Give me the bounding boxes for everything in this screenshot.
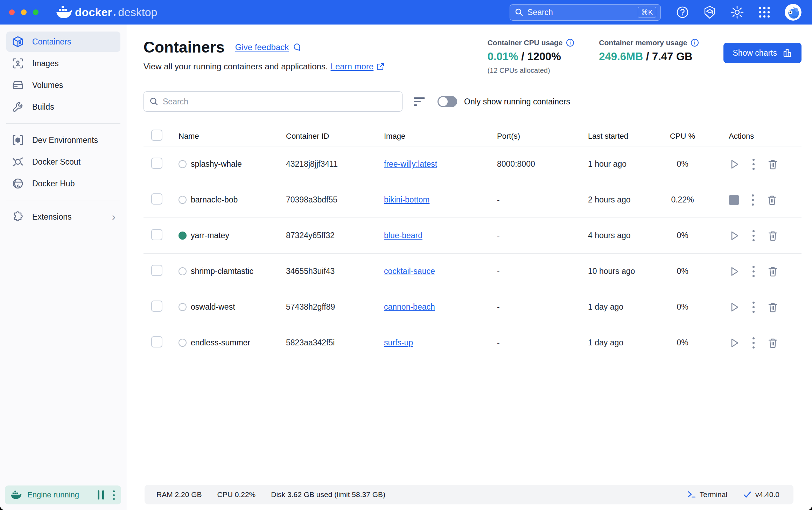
builds-wrench-icon	[12, 101, 24, 113]
sidebar-item-builds[interactable]: Builds	[6, 97, 120, 117]
row-menu-button[interactable]	[752, 266, 755, 277]
page-subtitle: View all your running containers and app…	[144, 62, 385, 71]
table-row[interactable]: splashy-whale 43218j8jjf3411 free-willy:…	[144, 146, 802, 182]
row-checkbox[interactable]	[151, 193, 162, 205]
sidebar-item-dev-environments[interactable]: Dev Environments	[6, 130, 120, 150]
container-search-input[interactable]	[163, 97, 397, 106]
give-feedback-link[interactable]: Give feedback	[235, 42, 302, 52]
container-search[interactable]	[144, 91, 402, 112]
status-dot	[178, 196, 187, 204]
primary-action-button[interactable]	[729, 195, 739, 205]
version-indicator[interactable]: v4.40.0	[743, 490, 779, 499]
sidebar: Containers Images Volumes Builds Dev Env…	[0, 25, 127, 510]
running-only-toggle[interactable]	[438, 96, 457, 107]
last-started: 10 hours ago	[588, 267, 658, 276]
row-checkbox[interactable]	[151, 301, 162, 312]
delete-button[interactable]	[767, 230, 778, 241]
settings-gear-icon[interactable]	[730, 5, 744, 19]
cpu-percent: 0%	[658, 338, 707, 347]
cpu-percent: 0.22%	[658, 195, 707, 205]
row-menu-button[interactable]	[752, 230, 755, 241]
learning-center-icon[interactable]	[703, 5, 717, 19]
row-menu-button[interactable]	[752, 337, 755, 349]
column-cpu: CPU %	[658, 132, 707, 141]
container-name: endless-summer	[191, 338, 250, 347]
engine-status-text: Engine running	[27, 490, 79, 499]
table-row[interactable]: oswald-west 57438h2gff89 cannon-beach - …	[144, 289, 802, 325]
delete-button[interactable]	[767, 266, 778, 277]
engine-status-pill[interactable]: Engine running	[5, 485, 121, 504]
avatar[interactable]	[785, 4, 802, 21]
primary-action-button[interactable]	[729, 337, 740, 349]
global-search[interactable]: Search ⌘K	[510, 4, 661, 21]
feedback-icon	[292, 43, 302, 52]
row-menu-button[interactable]	[752, 302, 755, 313]
table-row[interactable]: barnacle-bob 70398a3bdf55 bikini-bottom …	[144, 182, 802, 218]
engine-menu-icon[interactable]	[113, 490, 115, 500]
learn-more-link[interactable]: Learn more	[331, 62, 374, 71]
terminal-button[interactable]: Terminal	[687, 490, 727, 499]
cpu-percent: 0%	[658, 267, 707, 276]
ram-usage: RAM 2.20 GB	[156, 490, 202, 499]
chevron-right-icon: ›	[112, 211, 115, 223]
help-icon[interactable]	[676, 5, 690, 19]
table-header: Name Container ID Image Port(s) Last sta…	[144, 126, 802, 146]
minimize-button[interactable]	[21, 9, 27, 15]
docker-scout-icon	[12, 156, 24, 168]
sidebar-item-containers[interactable]: Containers	[6, 32, 120, 52]
apps-grid-icon[interactable]	[757, 5, 771, 19]
sidebar-item-docker-hub[interactable]: Docker Hub	[6, 173, 120, 194]
cpu-usage: CPU 0.22%	[217, 490, 256, 499]
delete-button[interactable]	[767, 159, 778, 170]
image-link[interactable]: surfs-up	[384, 338, 413, 347]
table-row[interactable]: endless-summer 5823aa342f5i surfs-up - 1…	[144, 325, 802, 360]
sidebar-item-extensions[interactable]: Extensions ›	[6, 207, 120, 227]
row-checkbox[interactable]	[151, 265, 162, 276]
delete-button[interactable]	[767, 337, 778, 349]
image-link[interactable]: cocktail-sauce	[384, 267, 435, 276]
table-row[interactable]: yarr-matey 87324y65ff32 blue-beard - 4 h…	[144, 218, 802, 253]
primary-action-button[interactable]	[729, 159, 740, 170]
info-icon[interactable]	[566, 39, 574, 47]
container-ports: -	[497, 267, 588, 276]
logo-desktop: desktop	[118, 6, 157, 19]
row-checkbox[interactable]	[151, 336, 162, 347]
bar-chart-icon	[783, 48, 792, 58]
sidebar-item-label: Volumes	[32, 81, 63, 90]
trash-icon	[767, 302, 778, 313]
close-button[interactable]	[9, 9, 15, 15]
row-checkbox[interactable]	[151, 229, 162, 240]
info-icon[interactable]	[691, 39, 699, 47]
primary-action-button[interactable]	[729, 230, 740, 241]
delete-button[interactable]	[766, 194, 778, 206]
sidebar-item-docker-scout[interactable]: Docker Scout	[6, 152, 120, 172]
table-row[interactable]: shrimp-clamtastic 34655h3uif43 cocktail-…	[144, 253, 802, 289]
primary-action-button[interactable]	[729, 302, 740, 313]
sidebar-item-volumes[interactable]: Volumes	[6, 75, 120, 95]
delete-button[interactable]	[767, 302, 778, 313]
show-charts-button[interactable]: Show charts	[723, 43, 802, 63]
trash-icon	[767, 230, 778, 241]
zoom-button[interactable]	[33, 9, 38, 15]
container-name: splashy-whale	[191, 159, 242, 169]
sidebar-item-label: Images	[32, 59, 58, 68]
image-link[interactable]: free-willy:latest	[384, 159, 437, 168]
cpu-percent: 0%	[658, 302, 707, 312]
docker-desktop-logo: docker desktop	[56, 6, 157, 19]
sidebar-item-images[interactable]: Images	[6, 53, 120, 74]
traffic-lights	[9, 9, 38, 15]
image-link[interactable]: blue-beard	[384, 231, 422, 240]
cpu-usage-stat: Container CPU usage 0.01% / 1200% (12 CP…	[488, 39, 575, 75]
filter-icon[interactable]	[414, 97, 426, 106]
row-checkbox[interactable]	[151, 158, 162, 169]
last-started: 1 day ago	[588, 338, 658, 347]
container-id: 34655h3uif43	[286, 267, 384, 276]
image-link[interactable]: cannon-beach	[384, 302, 435, 311]
row-menu-button[interactable]	[752, 194, 754, 206]
images-scan-icon	[12, 57, 24, 69]
select-all-checkbox[interactable]	[151, 130, 162, 141]
primary-action-button[interactable]	[729, 266, 740, 277]
pause-engine-icon[interactable]	[98, 490, 104, 499]
row-menu-button[interactable]	[752, 159, 755, 170]
image-link[interactable]: bikini-bottom	[384, 195, 429, 204]
